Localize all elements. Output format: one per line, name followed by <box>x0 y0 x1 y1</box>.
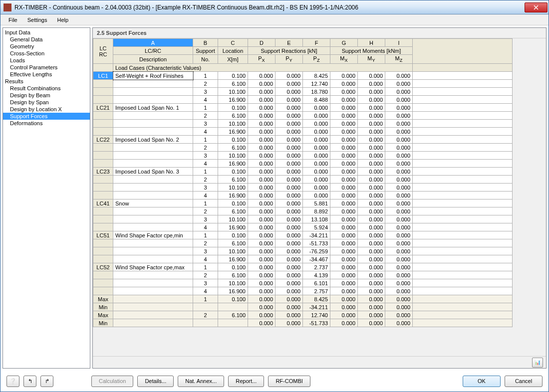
table-row[interactable]: 416.9000.0000.0000.0000.0000.0000.000 <box>93 160 513 168</box>
row-pz[interactable]: 4.139 <box>303 271 330 279</box>
col-letter-h[interactable]: H <box>358 39 385 47</box>
row-my[interactable]: 0.000 <box>358 207 385 215</box>
row-x[interactable]: 6.100 <box>218 311 248 319</box>
row-lc[interactable] <box>93 112 113 120</box>
row-px[interactable]: 0.000 <box>248 263 275 271</box>
row-support[interactable]: 1 <box>193 168 218 176</box>
row-lc[interactable] <box>93 184 113 192</box>
row-py[interactable]: 0.000 <box>275 168 303 176</box>
menu-help[interactable]: Help <box>52 16 73 24</box>
row-mz[interactable]: 0.000 <box>385 72 413 80</box>
table-row[interactable]: 416.9000.0000.0000.0000.0000.0000.000 <box>93 192 513 199</box>
row-px[interactable]: 0.000 <box>248 287 275 295</box>
row-my[interactable]: 0.000 <box>358 160 385 168</box>
table-row[interactable]: 26.1000.0000.0008.8920.0000.0000.000 <box>93 207 513 215</box>
row-mz[interactable]: 0.000 <box>385 271 413 279</box>
row-mx[interactable]: 0.000 <box>330 144 358 152</box>
tree-design-by-beam[interactable]: Design by Beam <box>3 92 90 99</box>
row-pz[interactable]: 2.737 <box>303 263 330 271</box>
table-row[interactable]: 26.1000.0000.0000.0000.0000.0000.000 <box>93 144 513 152</box>
col-letter-b[interactable]: B <box>193 39 218 47</box>
col-letter-c[interactable]: C <box>218 39 248 47</box>
row-mz[interactable]: 0.000 <box>385 303 413 311</box>
row-mz[interactable]: 0.000 <box>385 295 413 303</box>
table-row[interactable]: 310.1000.0000.00018.7800.0000.0000.000 <box>93 88 513 96</box>
row-py[interactable]: 0.000 <box>275 152 303 160</box>
row-mz[interactable]: 0.000 <box>385 176 413 184</box>
table-row[interactable]: LC21Imposed Load Span No. 110.1000.0000.… <box>93 104 513 112</box>
row-support[interactable]: 4 <box>193 192 218 199</box>
row-support[interactable]: 2 <box>193 239 218 247</box>
tree-general-data[interactable]: General Data <box>3 36 90 43</box>
tree-results[interactable]: Results <box>3 78 90 85</box>
row-lc[interactable] <box>93 271 113 279</box>
row-px[interactable]: 0.000 <box>248 223 275 231</box>
nat-annex-button[interactable]: Nat. Annex... <box>178 376 224 387</box>
row-my[interactable]: 0.000 <box>358 96 385 104</box>
row-mz[interactable]: 0.000 <box>385 112 413 120</box>
row-x[interactable]: 0.100 <box>218 104 248 112</box>
row-mx[interactable]: 0.000 <box>330 176 358 184</box>
table-row[interactable]: 310.1000.0000.0006.1010.0000.0000.000 <box>93 279 513 287</box>
row-x[interactable]: 10.100 <box>218 247 248 255</box>
row-x[interactable]: 6.100 <box>218 80 248 88</box>
table-row[interactable]: 26.1000.0000.00012.7400.0000.0000.000 <box>93 80 513 88</box>
rf-combi-button[interactable]: RF-COMBI <box>268 376 310 387</box>
row-support[interactable]: 2 <box>193 207 218 215</box>
row-support[interactable]: 2 <box>193 112 218 120</box>
row-mx[interactable]: 0.000 <box>330 247 358 255</box>
row-lc[interactable]: Min <box>93 303 113 311</box>
row-px[interactable]: 0.000 <box>248 88 275 96</box>
row-mx[interactable]: 0.000 <box>330 80 358 88</box>
row-lc[interactable]: LC22 <box>93 136 113 144</box>
row-mx[interactable]: 0.000 <box>330 168 358 176</box>
col-lc-rc[interactable]: LCRC <box>93 39 113 64</box>
row-px[interactable]: 0.000 <box>248 184 275 192</box>
graph-button[interactable]: 📊 <box>532 358 543 368</box>
results-grid-wrapper[interactable]: LCRC A B C D E F G H I <box>93 38 546 356</box>
row-pz[interactable]: 0.000 <box>303 136 330 144</box>
row-lc[interactable]: LC21 <box>93 104 113 112</box>
row-x[interactable]: 6.100 <box>218 112 248 120</box>
row-x[interactable]: 10.100 <box>218 184 248 192</box>
row-mx[interactable]: 0.000 <box>330 255 358 263</box>
row-support[interactable]: 2 <box>193 80 218 88</box>
row-lc[interactable] <box>93 96 113 104</box>
row-support[interactable]: 2 <box>193 144 218 152</box>
row-mz[interactable]: 0.000 <box>385 88 413 96</box>
row-desc[interactable] <box>113 96 193 104</box>
row-my[interactable]: 0.000 <box>358 223 385 231</box>
row-my[interactable]: 0.000 <box>358 128 385 136</box>
row-lc[interactable] <box>93 120 113 128</box>
row-my[interactable]: 0.000 <box>358 239 385 247</box>
row-desc[interactable]: Wind Shape Factor cpe,min <box>113 231 193 239</box>
row-px[interactable]: 0.000 <box>248 319 275 327</box>
row-desc[interactable]: Wind Shape Factor cpe,max <box>113 263 193 271</box>
row-mz[interactable]: 0.000 <box>385 279 413 287</box>
row-desc[interactable] <box>113 271 193 279</box>
row-support[interactable]: 4 <box>193 128 218 136</box>
row-py[interactable]: 0.000 <box>275 104 303 112</box>
row-pz[interactable]: 0.000 <box>303 128 330 136</box>
row-mx[interactable]: 0.000 <box>330 160 358 168</box>
row-py[interactable]: 0.000 <box>275 184 303 192</box>
row-py[interactable]: 0.000 <box>275 176 303 184</box>
row-mx[interactable]: 0.000 <box>330 279 358 287</box>
row-support[interactable]: 4 <box>193 223 218 231</box>
row-px[interactable]: 0.000 <box>248 104 275 112</box>
row-mz[interactable]: 0.000 <box>385 184 413 192</box>
col-mx[interactable]: MX <box>330 55 358 64</box>
row-my[interactable]: 0.000 <box>358 112 385 120</box>
row-my[interactable]: 0.000 <box>358 287 385 295</box>
row-desc[interactable] <box>113 112 193 120</box>
row-my[interactable]: 0.000 <box>358 279 385 287</box>
row-mz[interactable]: 0.000 <box>385 311 413 319</box>
row-py[interactable]: 0.000 <box>275 223 303 231</box>
row-x[interactable]: 10.100 <box>218 120 248 128</box>
table-row[interactable]: 416.9000.0000.0005.9240.0000.0000.000 <box>93 223 513 231</box>
row-mx[interactable]: 0.000 <box>330 239 358 247</box>
row-mx[interactable]: 0.000 <box>330 295 358 303</box>
col-my[interactable]: MY <box>358 55 385 64</box>
row-px[interactable]: 0.000 <box>248 279 275 287</box>
row-x[interactable]: 0.100 <box>218 295 248 303</box>
